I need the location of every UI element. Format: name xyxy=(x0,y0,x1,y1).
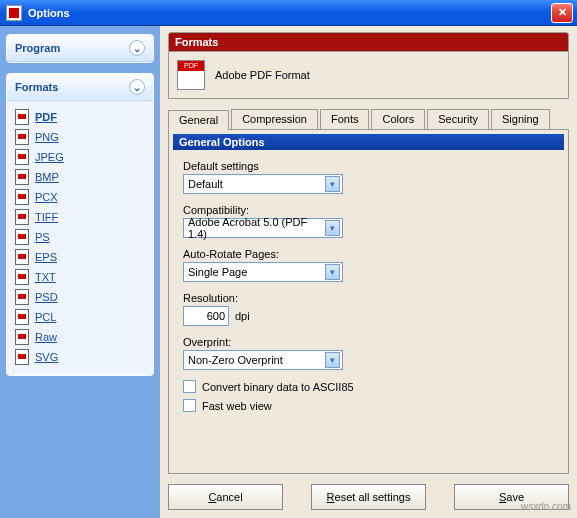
program-panel-header[interactable]: Program ⌄ xyxy=(7,35,153,62)
sidebar-item-pcl[interactable]: PCL xyxy=(11,307,149,327)
overprint-select[interactable]: Non-Zero Overprint ▾ xyxy=(183,350,343,370)
auto-rotate-select[interactable]: Single Page ▾ xyxy=(183,262,343,282)
document-icon xyxy=(15,349,29,365)
overprint-label: Overprint: xyxy=(183,336,554,348)
section-title: General Options xyxy=(173,134,564,150)
fast-web-view-label: Fast web view xyxy=(202,400,272,412)
title-bar: Options ✕ xyxy=(0,0,577,26)
document-icon xyxy=(15,169,29,185)
app-icon xyxy=(6,5,22,21)
tab-signing[interactable]: Signing xyxy=(491,109,550,129)
sidebar-item-txt[interactable]: TXT xyxy=(11,267,149,287)
document-icon xyxy=(15,289,29,305)
compatibility-select[interactable]: Adobe Acrobat 5.0 (PDF 1.4) ▾ xyxy=(183,218,343,238)
tab-security[interactable]: Security xyxy=(427,109,489,129)
fast-web-view-checkbox[interactable] xyxy=(183,399,196,412)
format-name: Adobe PDF Format xyxy=(215,69,310,81)
tab-general[interactable]: General xyxy=(168,110,229,130)
compatibility-label: Compatibility: xyxy=(183,204,554,216)
sidebar-item-raw[interactable]: Raw xyxy=(11,327,149,347)
document-icon xyxy=(15,309,29,325)
document-icon xyxy=(15,129,29,145)
tab-bar: General Compression Fonts Colors Securit… xyxy=(168,109,569,130)
default-settings-label: Default settings xyxy=(183,160,554,172)
resolution-unit: dpi xyxy=(235,310,250,322)
main-content: Formats PDF Adobe PDF Format General Com… xyxy=(160,26,577,518)
sidebar-item-eps[interactable]: EPS xyxy=(11,247,149,267)
sidebar-item-tiff[interactable]: TIFF xyxy=(11,207,149,227)
chevron-down-icon[interactable]: ⌄ xyxy=(129,79,145,95)
sidebar-item-pcx[interactable]: PCX xyxy=(11,187,149,207)
watermark: wsxdn.com xyxy=(521,501,571,512)
sidebar-item-ps[interactable]: PS xyxy=(11,227,149,247)
program-panel-title: Program xyxy=(15,42,60,54)
chevron-down-icon: ▾ xyxy=(325,176,340,192)
tab-compression[interactable]: Compression xyxy=(231,109,318,129)
cancel-button[interactable]: Cancel xyxy=(168,484,283,510)
formats-panel: Formats ⌄ PDF PNG JPEG BMP PCX TIFF PS E… xyxy=(6,73,154,376)
sidebar-item-pdf[interactable]: PDF xyxy=(11,107,149,127)
auto-rotate-label: Auto-Rotate Pages: xyxy=(183,248,554,260)
resolution-input[interactable] xyxy=(183,306,229,326)
ascii85-checkbox[interactable] xyxy=(183,380,196,393)
sidebar-item-bmp[interactable]: BMP xyxy=(11,167,149,187)
document-icon xyxy=(15,109,29,125)
document-icon xyxy=(15,329,29,345)
default-settings-select[interactable]: Default ▾ xyxy=(183,174,343,194)
chevron-down-icon: ▾ xyxy=(325,264,340,280)
pdf-icon: PDF xyxy=(177,60,205,90)
tab-fonts[interactable]: Fonts xyxy=(320,109,370,129)
sidebar-item-svg[interactable]: SVG xyxy=(11,347,149,367)
formats-panel-header[interactable]: Formats ⌄ xyxy=(7,74,153,101)
window-title: Options xyxy=(28,7,70,19)
formats-list: PDF PNG JPEG BMP PCX TIFF PS EPS TXT PSD… xyxy=(7,101,153,375)
reset-button[interactable]: Reset all settings xyxy=(311,484,426,510)
document-icon xyxy=(15,229,29,245)
sidebar-item-png[interactable]: PNG xyxy=(11,127,149,147)
tab-colors[interactable]: Colors xyxy=(371,109,425,129)
document-icon xyxy=(15,249,29,265)
button-bar: Cancel Reset all settings Save xyxy=(168,474,569,510)
sidebar-item-psd[interactable]: PSD xyxy=(11,287,149,307)
resolution-label: Resolution: xyxy=(183,292,554,304)
chevron-down-icon: ▾ xyxy=(325,220,340,236)
formats-header: Formats xyxy=(168,32,569,52)
document-icon xyxy=(15,269,29,285)
document-icon xyxy=(15,149,29,165)
ascii85-label: Convert binary data to ASCII85 xyxy=(202,381,354,393)
formats-panel-title: Formats xyxy=(15,81,58,93)
close-icon: ✕ xyxy=(558,6,567,19)
chevron-down-icon[interactable]: ⌄ xyxy=(129,40,145,56)
program-panel: Program ⌄ xyxy=(6,34,154,63)
sidebar: Program ⌄ Formats ⌄ PDF PNG JPEG BMP PCX… xyxy=(0,26,160,518)
document-icon xyxy=(15,209,29,225)
tab-content: General Options Default settings Default… xyxy=(168,130,569,474)
chevron-down-icon: ▾ xyxy=(325,352,340,368)
close-button[interactable]: ✕ xyxy=(551,3,573,23)
sidebar-item-jpeg[interactable]: JPEG xyxy=(11,147,149,167)
format-info: PDF Adobe PDF Format xyxy=(168,52,569,99)
document-icon xyxy=(15,189,29,205)
